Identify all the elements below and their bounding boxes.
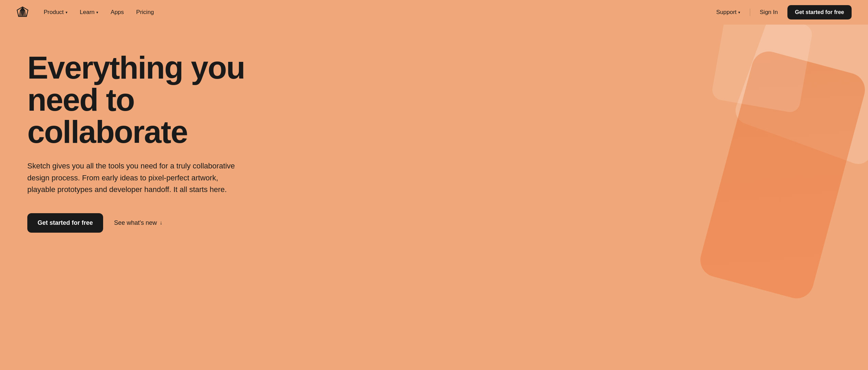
sketch-logo-icon [16,6,29,18]
deco-shape-3 [711,25,813,114]
nav-left: Product ▾ Learn ▾ Apps Pricing [16,6,154,18]
svg-marker-1 [20,7,25,11]
hero-cta-primary-button[interactable]: Get started for free [27,213,103,233]
nav-support-label: Support [716,9,737,16]
deco-shape-2 [697,48,868,302]
nav-product-label: Product [44,9,64,16]
hero-section: Everything you need to collaborate Sketc… [0,25,868,370]
hero-content: Everything you need to collaborate Sketc… [27,52,294,233]
nav-apps-label: Apps [111,9,124,16]
logo[interactable] [16,6,29,18]
deco-shape-1 [732,25,868,168]
nav-item-learn[interactable]: Learn ▾ [80,9,98,16]
support-chevron-icon: ▾ [738,10,740,15]
hero-cta-secondary-link[interactable]: See what's new ↓ [114,219,163,227]
nav-item-apps[interactable]: Apps [111,9,124,16]
see-whats-new-label: See what's new [114,219,157,227]
decorative-shapes [690,25,868,370]
nav-pricing-label: Pricing [136,9,154,16]
nav-right: Support ▾ Sign In Get started for free [716,5,852,19]
nav-item-pricing[interactable]: Pricing [136,9,154,16]
nav-item-support[interactable]: Support ▾ [716,9,740,16]
sign-in-link[interactable]: Sign In [760,9,778,16]
nav-divider [750,9,750,16]
hero-actions: Get started for free See what's new ↓ [27,213,294,233]
nav-cta-button[interactable]: Get started for free [787,5,852,19]
nav-learn-label: Learn [80,9,95,16]
hero-subtext: Sketch gives you all the tools you need … [27,160,239,195]
hero-headline: Everything you need to collaborate [27,52,294,148]
product-chevron-icon: ▾ [66,10,68,15]
navbar: Product ▾ Learn ▾ Apps Pricing Support ▾… [0,0,868,25]
nav-item-product[interactable]: Product ▾ [44,9,68,16]
learn-chevron-icon: ▾ [96,10,98,15]
arrow-down-icon: ↓ [160,220,163,226]
